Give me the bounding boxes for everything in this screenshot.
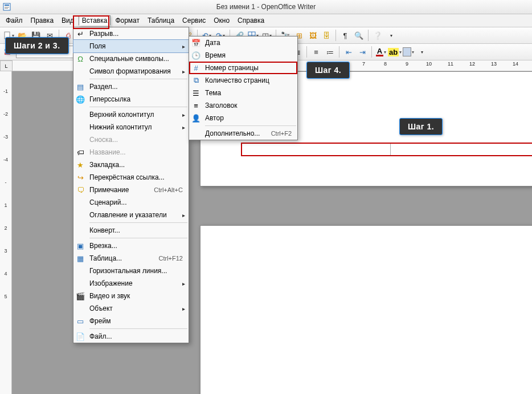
menuitem-footer[interactable]: Нижний колонтитул bbox=[73, 121, 189, 133]
page-2[interactable] bbox=[200, 225, 532, 394]
separator bbox=[335, 30, 336, 41]
cursor-line bbox=[390, 144, 391, 155]
menuitem-image[interactable]: Изображение bbox=[73, 277, 189, 290]
menu-service[interactable]: Сервис bbox=[179, 15, 209, 26]
menuitem-fields[interactable]: Поля bbox=[73, 40, 189, 52]
envelope-icon bbox=[73, 224, 87, 237]
menuitem-toc[interactable]: Оглавление и указатели bbox=[73, 209, 189, 221]
menuitem-break[interactable]: ↵ Разрыв... bbox=[73, 27, 189, 40]
ruler-tick: 13 bbox=[491, 61, 497, 67]
section-icon: ▤ bbox=[73, 80, 87, 93]
menu-window[interactable]: Окно bbox=[210, 15, 233, 26]
menuitem-formatting-mark[interactable]: Символ форматирования bbox=[73, 65, 189, 78]
menuitem-section[interactable]: ▤ Раздел... bbox=[73, 80, 189, 93]
menu-separator bbox=[89, 107, 187, 107]
menuitem-more-fields[interactable]: Дополнительно... Ctrl+F2 bbox=[189, 127, 297, 140]
datasources-button[interactable]: 🗄 bbox=[320, 29, 333, 42]
submenu-arrow-icon bbox=[182, 67, 185, 75]
background-color-button[interactable] bbox=[402, 46, 415, 58]
more-icon bbox=[189, 127, 203, 140]
ruler-tick: -4 bbox=[0, 157, 11, 163]
menuitem-time[interactable]: 🕒 Время bbox=[189, 49, 297, 62]
menuitem-topic[interactable]: ☰ Тема bbox=[189, 87, 297, 99]
menuitem-table[interactable]: ▦ Таблица... Ctrl+F12 bbox=[73, 252, 189, 265]
font-color-button[interactable]: A bbox=[375, 46, 387, 58]
menuitem-footnote[interactable]: Сноска... bbox=[73, 133, 189, 146]
accelerator: Ctrl+Alt+C bbox=[154, 186, 183, 193]
menu-file[interactable]: Файл bbox=[2, 15, 26, 26]
menuitem-media[interactable]: 🎬 Видео и звук bbox=[73, 290, 189, 302]
bookmark-icon: ★ bbox=[73, 159, 87, 171]
special-char-icon: Ω bbox=[73, 52, 87, 65]
image-icon bbox=[73, 277, 87, 290]
highlight-button[interactable]: ab bbox=[388, 46, 401, 58]
menu-help[interactable]: Справка bbox=[234, 15, 268, 26]
footer-field-highlight[interactable] bbox=[241, 143, 532, 156]
menuitem-caption[interactable]: 🏷 Название... bbox=[73, 146, 189, 159]
svg-rect-1 bbox=[5, 5, 9, 6]
menu-edit[interactable]: Правка bbox=[27, 15, 58, 26]
menuitem-hyperlink[interactable]: 🌐 Гиперссылка bbox=[73, 93, 189, 105]
menuitem-author[interactable]: 👤 Автор bbox=[189, 112, 297, 124]
ruler-tick: 3 bbox=[0, 248, 11, 254]
author-icon: 👤 bbox=[189, 112, 203, 124]
ruler-tick: -1 bbox=[0, 88, 11, 94]
menuitem-header[interactable]: Верхний колонтитул bbox=[73, 108, 189, 121]
fields-icon bbox=[73, 40, 87, 52]
submenu-arrow-icon bbox=[182, 111, 185, 119]
toolbar-overflow[interactable]: ▾ bbox=[385, 29, 398, 42]
zoom-button[interactable]: 🔍 bbox=[353, 29, 365, 42]
bullet-list-button[interactable]: ≔ bbox=[324, 46, 336, 58]
callout-step4: Шаг 4. bbox=[306, 62, 350, 79]
increase-indent-button[interactable]: ⇥ bbox=[356, 46, 369, 58]
menuitem-insert-file[interactable]: 📄 Файл... bbox=[73, 330, 189, 343]
topic-icon: ☰ bbox=[189, 87, 203, 99]
vertical-ruler[interactable]: -1 -2 -3 -4 - 1 2 3 4 5 bbox=[0, 71, 12, 394]
menuitem-page-count[interactable]: ⧉ Количество страниц bbox=[189, 74, 297, 87]
ruler-tick: -3 bbox=[0, 134, 11, 140]
ruler-tick: 11 bbox=[448, 61, 453, 67]
menuitem-page-number[interactable]: # Номер страницы bbox=[189, 62, 297, 74]
menu-insert[interactable]: Вставка bbox=[79, 15, 111, 26]
menu-view[interactable]: Вид bbox=[58, 15, 77, 26]
nonprinting-button[interactable]: ¶ bbox=[339, 29, 351, 42]
svg-rect-3 bbox=[5, 8, 8, 9]
menuitem-crossref[interactable]: ↪ Перекрёстная ссылка... bbox=[73, 171, 189, 184]
menuitem-bookmark[interactable]: ★ Закладка... bbox=[73, 159, 189, 171]
ruler-tick: 4 bbox=[0, 271, 11, 277]
accelerator: Ctrl+F12 bbox=[159, 255, 183, 262]
hline-icon bbox=[73, 265, 87, 277]
separator bbox=[368, 30, 369, 41]
submenu-arrow-icon bbox=[182, 123, 185, 131]
menu-table[interactable]: Таблица bbox=[144, 15, 178, 26]
menu-format[interactable]: Формат bbox=[112, 15, 143, 26]
submenu-arrow-icon bbox=[182, 304, 185, 312]
table-icon: ▦ bbox=[73, 252, 87, 265]
ruler-corner: L bbox=[0, 60, 13, 71]
menuitem-script[interactable]: Сценарий... bbox=[73, 196, 189, 209]
menu-separator bbox=[205, 125, 296, 126]
menuitem-heading[interactable]: ≡ Заголовок bbox=[189, 99, 297, 112]
help-button[interactable]: ❔ bbox=[371, 29, 384, 42]
menuitem-frame[interactable]: ▣ Врезка... bbox=[73, 239, 189, 252]
gallery-button[interactable]: 🖼 bbox=[306, 29, 319, 42]
object-icon bbox=[73, 302, 87, 315]
comment-icon: 🗨 bbox=[73, 184, 87, 196]
menuitem-comment[interactable]: 🗨 Примечание Ctrl+Alt+C bbox=[73, 184, 189, 196]
toolbar-overflow[interactable]: ▾ bbox=[416, 46, 428, 58]
menuitem-hline[interactable]: Горизонтальная линия... bbox=[73, 265, 189, 277]
menuitem-floating-frame[interactable]: ▭ Фрейм bbox=[73, 315, 189, 327]
titlebar: Без имени 1 - OpenOffice Writer bbox=[0, 0, 532, 14]
menuitem-envelope[interactable]: Конверт... bbox=[73, 224, 189, 237]
menuitem-object[interactable]: Объект bbox=[73, 302, 189, 315]
menu-separator bbox=[89, 79, 187, 79]
time-icon: 🕒 bbox=[189, 49, 203, 62]
caption-icon: 🏷 bbox=[73, 146, 87, 159]
number-list-button[interactable]: ≡ bbox=[310, 46, 322, 58]
menuitem-date[interactable]: 📅 Дата bbox=[189, 36, 297, 49]
footer-icon bbox=[73, 121, 87, 133]
date-icon: 📅 bbox=[189, 36, 203, 49]
decrease-indent-button[interactable]: ⇤ bbox=[342, 46, 355, 58]
heading-icon: ≡ bbox=[189, 99, 203, 112]
menuitem-special-chars[interactable]: Ω Специальные символы... bbox=[73, 52, 189, 65]
